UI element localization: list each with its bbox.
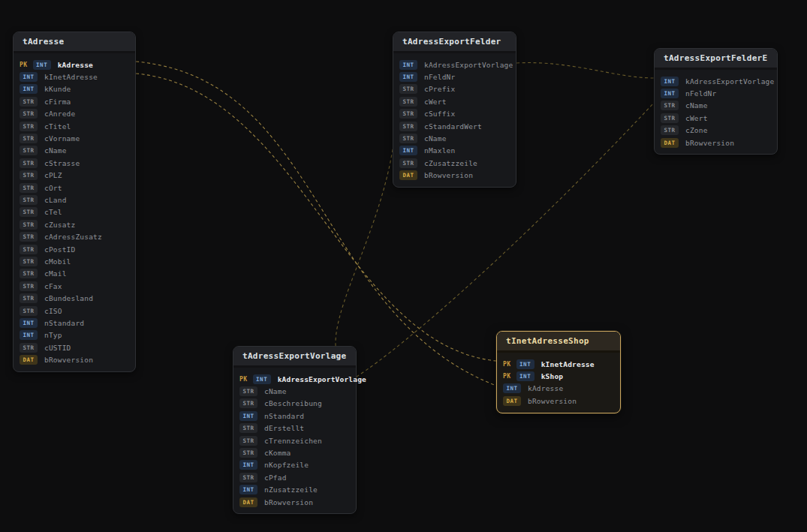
- type-badge-int: INT: [20, 318, 38, 328]
- field-row[interactable]: STRcName: [393, 132, 516, 144]
- field-row[interactable]: INTkKunde: [14, 83, 135, 95]
- type-badge-int: INT: [253, 374, 271, 384]
- field-row[interactable]: STRcTel: [14, 206, 135, 218]
- field-row[interactable]: STRcPrefix: [393, 83, 516, 95]
- field-row[interactable]: DATbRowversion: [655, 137, 777, 149]
- field-row[interactable]: STRcStrasse: [14, 157, 135, 169]
- type-badge-int: INT: [399, 72, 417, 82]
- field-row[interactable]: STRcZone: [655, 125, 777, 137]
- field-row[interactable]: INTkAdressExportVorlage: [393, 59, 516, 71]
- field-name: cName: [44, 146, 67, 155]
- field-row[interactable]: PKINTkAdressExportVorlage: [233, 373, 356, 385]
- diagram-canvas[interactable]: tAdressePKINTkAdresseINTkInetAdresseINTk…: [0, 0, 807, 532]
- field-name: cZone: [685, 126, 708, 134]
- field-row[interactable]: STRcFirma: [14, 95, 135, 107]
- field-row[interactable]: STRcWert: [393, 95, 516, 107]
- table-node-tadresse[interactable]: tAdressePKINTkAdresseINTkInetAdresseINTk…: [13, 32, 136, 372]
- field-row[interactable]: INTnStandard: [233, 410, 356, 422]
- field-row[interactable]: STRcBeschreibung: [233, 398, 356, 410]
- field-row[interactable]: STRcAnrede: [14, 108, 135, 120]
- field-row[interactable]: DATbRowversion: [233, 496, 356, 508]
- field-row[interactable]: STRcUSTID: [14, 341, 135, 353]
- type-badge-str: STR: [20, 183, 38, 193]
- field-row[interactable]: DATbRowversion: [497, 395, 620, 407]
- type-badge-str: STR: [20, 245, 38, 254]
- field-row[interactable]: PKINTkShop: [497, 370, 620, 382]
- field-row[interactable]: DATbRowversion: [393, 170, 516, 182]
- table-header[interactable]: tAdresse: [14, 32, 135, 53]
- table-header[interactable]: tInetAdresseShop: [497, 332, 620, 353]
- type-badge-int: INT: [399, 60, 417, 70]
- field-row[interactable]: PKINTkInetAdresse: [497, 358, 620, 370]
- field-row[interactable]: STRcISO: [14, 305, 135, 317]
- field-row[interactable]: DATbRowversion: [14, 353, 135, 365]
- field-row[interactable]: STRcVorname: [14, 132, 135, 144]
- table-field-list: PKINTkAdresseINTkInetAdresseINTkKundeSTR…: [14, 53, 135, 371]
- field-row[interactable]: INTnKopfzeile: [233, 459, 356, 471]
- field-row[interactable]: STRcTrennzeichen: [233, 434, 356, 446]
- table-field-list: INTkAdressExportVorlageINTnFeldNrSTRcPre…: [393, 53, 516, 187]
- field-row[interactable]: STRcName: [655, 100, 777, 112]
- field-row[interactable]: INTnZusatzzeile: [233, 484, 356, 496]
- field-row[interactable]: STRcSuffix: [393, 108, 516, 120]
- field-name: cMail: [44, 269, 67, 278]
- table-node-tadressexportfelder[interactable]: tAdressExportFelderINTkAdressExportVorla…: [393, 32, 516, 188]
- field-row[interactable]: STRcTitel: [14, 120, 135, 132]
- field-row[interactable]: STRcZusatz: [14, 218, 135, 230]
- type-badge-str: STR: [20, 207, 38, 217]
- field-name: nTyp: [44, 331, 62, 339]
- field-name: nStandard: [264, 412, 304, 420]
- field-row[interactable]: STRcBundesland: [14, 292, 135, 304]
- field-name: kShop: [541, 372, 564, 380]
- field-row[interactable]: STRcWert: [655, 112, 777, 124]
- field-row[interactable]: STRcMobil: [14, 255, 135, 267]
- field-row[interactable]: STRcLand: [14, 194, 135, 206]
- field-row[interactable]: STRdErstellt: [233, 422, 356, 434]
- field-name: cPfad: [264, 473, 287, 482]
- table-title: tAdressExportFelder: [402, 37, 501, 47]
- table-node-tadressexportfeldererw-[interactable]: tAdressExportFelderErw...INTkAdressExpor…: [654, 48, 778, 155]
- table-header[interactable]: tAdressExportVorlage: [233, 347, 356, 368]
- field-row[interactable]: STRcKomma: [233, 446, 356, 458]
- field-row[interactable]: STRcPostID: [14, 243, 135, 255]
- field-row[interactable]: STRcAdressZusatz: [14, 230, 135, 242]
- field-name: bRowversion: [264, 498, 313, 506]
- field-row[interactable]: STRcPfad: [233, 471, 356, 483]
- table-node-tadressexportvorlage[interactable]: tAdressExportVorlagePKINTkAdressExportVo…: [233, 346, 357, 514]
- field-row[interactable]: STRcZusatzzeile: [393, 157, 516, 169]
- type-badge-str: STR: [20, 293, 38, 303]
- table-header[interactable]: tAdressExportFelder: [393, 32, 516, 53]
- field-row[interactable]: INTkAdresse: [497, 383, 620, 395]
- table-node-tinetadresseshop[interactable]: tInetAdresseShopPKINTkInetAdressePKINTkS…: [496, 331, 621, 413]
- type-badge-str: STR: [20, 343, 38, 353]
- field-name: cBeschreibung: [264, 399, 322, 407]
- field-row[interactable]: STRcPLZ: [14, 170, 135, 182]
- field-row[interactable]: INTnMaxlen: [393, 145, 516, 157]
- field-row[interactable]: STRcMail: [14, 268, 135, 280]
- type-badge-int: INT: [20, 330, 38, 340]
- relationship-edge[interactable]: [516, 63, 654, 78]
- type-badge-str: STR: [20, 97, 38, 107]
- field-row[interactable]: STRcName: [14, 145, 135, 157]
- type-badge-str: STR: [239, 386, 257, 396]
- field-row[interactable]: INTkInetAdresse: [14, 71, 135, 83]
- field-row[interactable]: INTnTyp: [14, 329, 135, 341]
- field-name: cPostID: [44, 245, 75, 254]
- field-row[interactable]: STRcName: [233, 385, 356, 397]
- field-row[interactable]: STRcOrt: [14, 182, 135, 194]
- field-name: cStandardWert: [424, 122, 482, 131]
- field-row[interactable]: INTnFeldNr: [393, 71, 516, 83]
- field-row[interactable]: INTnFeldNr: [655, 87, 777, 99]
- field-name: cName: [264, 387, 287, 395]
- field-name: kKunde: [44, 85, 71, 93]
- field-row[interactable]: INTnStandard: [14, 317, 135, 329]
- field-row[interactable]: STRcStandardWert: [393, 120, 516, 132]
- field-row[interactable]: INTkAdressExportVorlage: [655, 75, 777, 87]
- field-name: kAdresse: [528, 384, 563, 392]
- type-badge-str: STR: [661, 113, 679, 123]
- relationship-edge[interactable]: [336, 63, 396, 377]
- field-row[interactable]: PKINTkAdresse: [14, 59, 135, 71]
- type-badge-str: STR: [20, 158, 38, 168]
- field-row[interactable]: STRcFax: [14, 280, 135, 292]
- table-header[interactable]: tAdressExportFelderErw...: [655, 49, 777, 70]
